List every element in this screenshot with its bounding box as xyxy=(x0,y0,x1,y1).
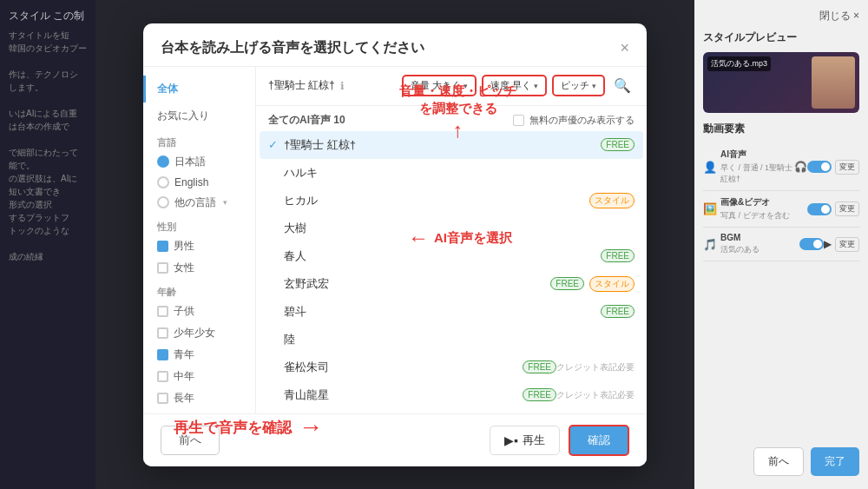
checkbox-middle-age-label: 中年 xyxy=(174,369,194,384)
right-done-button[interactable]: 完了 xyxy=(811,447,859,476)
elements-title: 動画要素 xyxy=(703,122,859,136)
modal-main: †聖騎士 紅椋† ℹ 音量 大きく ▾ 速度 早く ▾ ピッチ xyxy=(256,67,647,413)
bgm-toggle[interactable] xyxy=(799,238,824,250)
gender-section-title: 性別 xyxy=(143,214,255,235)
checkbox-senior-sq xyxy=(157,393,168,404)
sidebar-item-all[interactable]: 全体 xyxy=(143,76,255,102)
checkbox-young-adult-sq xyxy=(157,349,168,360)
search-button[interactable]: 🔍 xyxy=(610,74,635,98)
image-change-button[interactable]: 変更 xyxy=(835,202,859,216)
voice-change-button[interactable]: 変更 xyxy=(835,160,859,175)
pitch-label: ピッチ xyxy=(561,79,589,92)
modal-close-button[interactable]: × xyxy=(620,40,629,56)
voice-badge-free-haruto: FREE xyxy=(601,249,635,262)
chevron-down-icon: ▾ xyxy=(223,198,227,207)
checkbox-middle-age[interactable]: 中年 xyxy=(143,366,255,387)
checkbox-young-adult[interactable]: 青年 xyxy=(143,344,255,366)
toolbar-controls: 音量 大きく ▾ 速度 早く ▾ ピッチ ▾ 🔍 xyxy=(402,74,635,98)
volume-chevron-icon: ▾ xyxy=(464,82,468,90)
radio-other-lang[interactable]: 他の言語 ▾ xyxy=(143,192,255,214)
style-label: スタイル この制 xyxy=(9,9,87,23)
preview-image: 活気のある.mp3 xyxy=(703,52,859,113)
preview-face xyxy=(812,56,855,109)
modal-toolbar: †聖騎士 紅椋† ℹ 音量 大きく ▾ 速度 早く ▾ ピッチ xyxy=(256,67,647,106)
voice-credit-suzume: クレジット表記必要 xyxy=(556,361,635,373)
play-label: 再生 xyxy=(523,433,545,448)
checkbox-senior[interactable]: 長年 xyxy=(143,387,255,409)
voice-icon: 👤 xyxy=(703,161,717,174)
voice-row-riku[interactable]: 陸 xyxy=(260,326,643,354)
content-lines: すタイトルを短 韓国のタピオカプー 作は、テクノロシ します。 いはAIによる自… xyxy=(9,29,87,263)
checkbox-female[interactable]: 女性 xyxy=(143,257,255,279)
free-only-row[interactable]: 無料の声優のみ表示する xyxy=(513,114,635,127)
play-button[interactable]: ▶▪ 再生 xyxy=(490,426,560,455)
close-panel-button[interactable]: 閉じる × xyxy=(703,9,859,23)
voice-row-aoto[interactable]: 碧斗 FREE xyxy=(260,298,643,326)
voice-name-aoto: 碧斗 xyxy=(284,304,595,320)
radio-japanese[interactable]: 日本語 xyxy=(143,151,255,173)
voice-row-hikaru[interactable]: ヒカル スタイル xyxy=(260,187,643,215)
speed-chevron-icon: ▾ xyxy=(534,82,538,90)
checkbox-child-label: 子供 xyxy=(174,304,194,319)
voice-credit-aoyama: クレジット表記必要 xyxy=(556,389,635,401)
voice-row-suzume[interactable]: 雀松朱司 FREE クレジット表記必要 xyxy=(260,354,643,381)
voice-badge-free-suzume: FREE xyxy=(523,360,556,373)
checkbox-male[interactable]: 男性 xyxy=(143,235,255,257)
info-icon: ℹ xyxy=(340,80,345,92)
checkbox-female-label: 女性 xyxy=(174,261,194,275)
confirm-button[interactable]: 確認 xyxy=(569,425,629,456)
pitch-control-button[interactable]: ピッチ ▾ xyxy=(552,75,605,96)
bgm-element-label: BGM xyxy=(720,233,799,242)
voice-toggle[interactable] xyxy=(807,161,832,173)
voice-badge-free-aoyama: FREE xyxy=(523,388,556,401)
voice-list-count: 10 xyxy=(333,114,345,126)
checkbox-child[interactable]: 子供 xyxy=(143,301,255,322)
voice-row-haruto[interactable]: 春人 FREE xyxy=(260,242,643,270)
voice-list-title: 全てのAI音声 10 xyxy=(268,113,345,128)
volume-control-button[interactable]: 音量 大きく ▾ xyxy=(402,75,477,96)
radio-english[interactable]: English xyxy=(143,173,255,192)
voice-row-haruki[interactable]: ハルキ xyxy=(260,159,643,187)
footer-right: ▶▪ 再生 確認 xyxy=(490,425,629,456)
radio-english-circle xyxy=(157,176,169,188)
radio-japanese-label: 日本語 xyxy=(174,155,206,169)
footer-prev-button[interactable]: 前へ xyxy=(161,426,220,455)
voice-row-seikishi[interactable]: ✓ †聖騎士 紅椋† FREE xyxy=(260,131,643,159)
checkbox-middle-age-sq xyxy=(157,371,168,382)
voice-name-seikishi: †聖騎士 紅椋† xyxy=(284,137,595,153)
voice-row-taiki[interactable]: 大樹 xyxy=(260,215,643,242)
age-section-title: 年齢 xyxy=(143,279,255,301)
right-panel: 閉じる × スタイルプレビュー 活気のある.mp3 動画要素 👤 AI音声 早く… xyxy=(694,0,868,489)
image-toggle[interactable] xyxy=(807,203,832,215)
bgm-change-button[interactable]: 変更 xyxy=(835,237,859,252)
checkbox-youth-label: 少年少女 xyxy=(174,326,215,340)
speed-control-button[interactable]: 速度 早く ▾ xyxy=(482,75,547,96)
modal-body: 全体 お気に入り 言語 日本語 English 他の言語 ▾ 性別 xyxy=(143,67,647,413)
play-icon: ▶▪ xyxy=(504,433,518,447)
free-only-label: 無料の声優のみ表示する xyxy=(529,114,635,127)
element-row-image: 🖼️ 画像&ビデオ 写真 / ビデオを含む 変更 xyxy=(703,191,859,228)
modal-footer: 前へ ▶▪ 再生 確認 xyxy=(143,413,647,466)
checkbox-male-sq xyxy=(157,241,168,252)
headphone-icon: 🎧 xyxy=(794,161,807,173)
voice-name-bar: †聖騎士 紅椋† ℹ xyxy=(268,78,345,93)
right-prev-button[interactable]: 前へ xyxy=(753,447,804,476)
play-small-icon: ▶ xyxy=(824,238,832,250)
voice-name-hikaru: ヒカル xyxy=(284,193,584,208)
preview-file-label: 活気のある.mp3 xyxy=(707,56,771,71)
checkbox-child-sq xyxy=(157,306,168,317)
voice-badge-style-kurano: スタイル xyxy=(589,276,635,292)
voice-name-aoyama: 青山龍星 xyxy=(284,387,517,403)
voice-row-aoyama[interactable]: 青山龍星 FREE クレジット表記必要 xyxy=(260,381,643,409)
radio-english-label: English xyxy=(174,176,208,188)
voice-row-kurano[interactable]: 玄野武宏 FREE スタイル xyxy=(260,270,643,298)
checkbox-female-sq xyxy=(157,262,168,274)
sidebar-item-favorites[interactable]: お気に入り xyxy=(143,102,255,129)
checkbox-youth[interactable]: 少年少女 xyxy=(143,322,255,344)
free-only-checkbox[interactable] xyxy=(513,115,524,126)
image-element-label: 画像&ビデオ xyxy=(720,196,807,208)
checkbox-youth-sq xyxy=(157,327,168,339)
modal-title: 台本を読み上げる音声を選択してください xyxy=(161,39,424,57)
voice-name-haruto: 春人 xyxy=(284,248,595,264)
voice-element-sub: 早く / 普通 / 1聖騎士 紅椋† xyxy=(720,162,794,185)
